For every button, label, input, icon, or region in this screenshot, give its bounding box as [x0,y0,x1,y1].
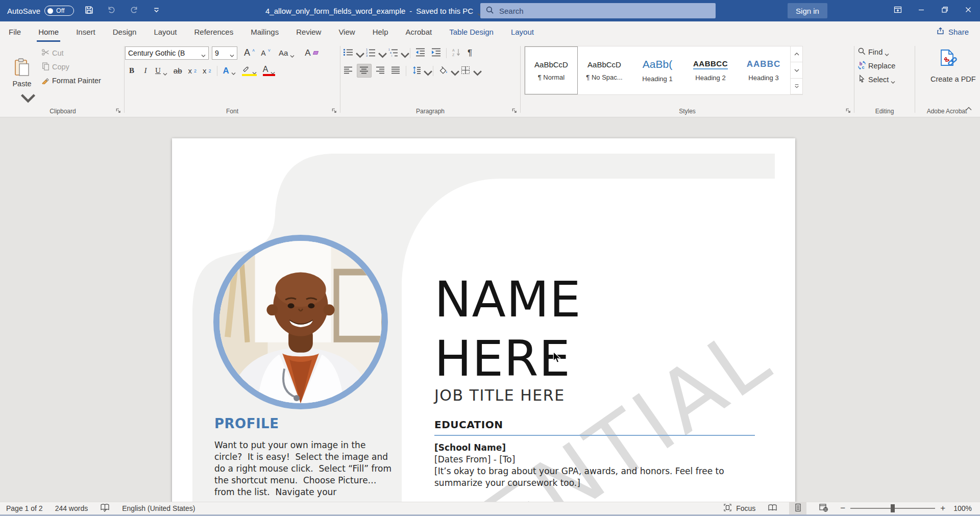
print-layout-button[interactable] [789,502,806,515]
style-heading-3[interactable]: AABBC Heading 3 [737,46,790,94]
collapse-ribbon-button[interactable] [966,104,972,113]
underline-button[interactable]: U [153,64,170,78]
style-heading-1[interactable]: AaBb( Heading 1 [631,46,684,94]
change-case-button[interactable]: Aa [276,46,297,60]
increase-indent-button[interactable] [429,46,444,60]
tab-table-design[interactable]: Table Design [440,21,502,42]
tab-layout[interactable]: Layout [145,21,185,42]
clipboard-dialog-launcher[interactable] [114,107,122,114]
format-painter-button[interactable]: Format Painter [39,73,104,87]
styles-gallery-more-button[interactable] [791,79,802,94]
read-mode-button[interactable] [764,502,781,515]
search-input[interactable] [499,7,710,15]
replace-button[interactable]: bc Replace [855,59,914,72]
font-color-button[interactable]: A [260,64,278,78]
styles-dialog-launcher[interactable] [844,107,852,114]
zoom-slider-track[interactable] [850,508,935,509]
document-canvas[interactable]: CONFIDENTIAL [0,118,980,502]
name-heading[interactable]: NAME HERE [434,270,664,388]
profile-heading[interactable]: PROFILE [214,416,279,431]
education-body-text[interactable]: [It’s okay to brag about your GPA, award… [434,465,747,489]
font-name-combobox[interactable]: Century Gothic (B [125,46,209,60]
shrink-font-button[interactable]: A˅ [258,46,273,60]
find-button[interactable]: Find [855,45,914,59]
cut-button[interactable]: Cut [39,46,104,60]
school-name-field[interactable]: [School Name] [434,443,506,453]
zoom-percentage[interactable]: 100% [953,504,972,512]
copy-button[interactable]: Copy [39,60,104,73]
strikethrough-button[interactable]: ab [171,64,185,78]
clear-formatting-button[interactable]: A [302,46,320,60]
superscript-button[interactable]: x2 [200,64,214,78]
style-heading-2[interactable]: AABBCC Heading 2 [684,46,737,94]
zoom-slider-thumb[interactable] [891,504,895,512]
word-count-indicator[interactable]: 244 words [55,504,88,512]
tab-insert[interactable]: Insert [67,21,104,42]
zoom-in-button[interactable]: + [940,503,945,513]
styles-scroll-up-button[interactable] [791,46,802,62]
subscript-button[interactable]: x2 [186,64,200,78]
tab-view[interactable]: View [330,21,363,42]
save-button[interactable] [81,3,96,18]
web-layout-button[interactable] [815,502,832,515]
select-button[interactable]: Select [855,72,914,86]
bold-button[interactable]: B [125,64,138,78]
autosave-switch[interactable]: Off [44,6,74,16]
bullets-button[interactable] [341,46,362,60]
job-title-heading[interactable]: JOB TITLE HERE [434,386,565,404]
zoom-out-button[interactable]: − [840,503,845,513]
dates-field[interactable]: [Dates From] - [To] [434,454,515,464]
show-formatting-marks-button[interactable]: ¶ [465,46,475,60]
tab-review[interactable]: Review [287,21,330,42]
undo-button[interactable] [104,3,119,18]
tab-design[interactable]: Design [104,21,145,42]
align-left-button[interactable] [341,64,356,78]
document-title[interactable]: 4_allow_only_form_fields_word_example - … [265,0,482,21]
search-bar[interactable] [480,3,716,18]
multilevel-list-button[interactable]: 1ai [386,46,407,60]
tab-table-layout[interactable]: Layout [502,21,543,42]
style-normal[interactable]: AaBbCcD ¶ Normal [525,46,578,94]
italic-button[interactable]: I [139,64,152,78]
profile-body-text[interactable]: Want to put your own image in the circle… [214,439,393,498]
shading-button[interactable] [436,64,457,78]
borders-button[interactable] [458,64,480,78]
line-spacing-button[interactable] [409,64,430,78]
proofing-errors-button[interactable] [100,503,110,513]
tab-mailings[interactable]: Mailings [242,21,287,42]
sort-button[interactable]: AZ [449,46,464,60]
focus-mode-button[interactable]: Focus [723,503,755,513]
education-heading[interactable]: EDUCATION [434,419,503,431]
tab-references[interactable]: References [185,21,242,42]
language-indicator[interactable]: English (United States) [122,504,195,512]
align-right-button[interactable] [373,64,387,78]
decrease-indent-button[interactable] [413,46,428,60]
grow-font-button[interactable]: A˄ [241,46,257,60]
paragraph-dialog-launcher[interactable] [510,107,518,114]
restore-button[interactable] [933,0,957,21]
close-button[interactable] [957,0,980,21]
tab-home[interactable]: Home [30,21,67,42]
tab-acrobat[interactable]: Acrobat [397,21,441,42]
font-dialog-launcher[interactable] [330,107,338,114]
sign-in-button[interactable]: Sign in [788,3,827,18]
document-page[interactable]: CONFIDENTIAL [172,138,795,502]
profile-photo[interactable] [213,235,388,409]
style-no-spacing[interactable]: AaBbCcD ¶ No Spac... [578,46,631,94]
redo-button[interactable] [126,3,141,18]
customize-quick-access-button[interactable] [149,3,164,18]
page-number-indicator[interactable]: Page 1 of 2 [6,504,43,512]
ribbon-display-options-button[interactable] [886,0,910,21]
autosave-toggle[interactable]: AutoSave Off [7,6,74,16]
create-pdf-button[interactable]: Create a PDF [928,47,966,85]
highlight-color-button[interactable] [239,64,259,78]
tab-help[interactable]: Help [364,21,397,42]
font-size-combobox[interactable]: 9 [212,46,237,60]
paste-button[interactable]: Paste [6,45,38,106]
tab-file[interactable]: File [0,21,30,42]
justify-button[interactable] [388,64,403,78]
align-center-button[interactable] [357,64,372,78]
text-effects-button[interactable]: A [220,64,238,78]
numbering-button[interactable]: 123 [363,46,385,60]
minimize-button[interactable] [910,0,933,21]
